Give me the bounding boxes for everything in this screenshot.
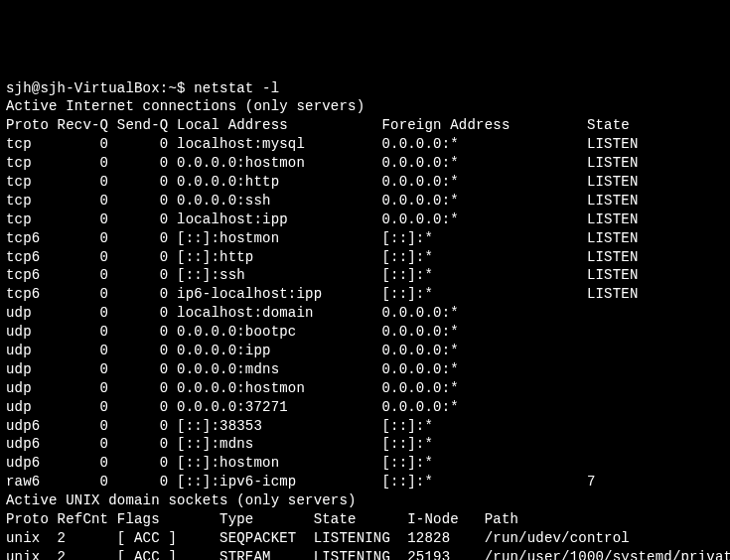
inet-row: tcp6 0 0 [::]:hostmon [::]:* LISTEN <box>6 230 639 246</box>
section-active-unix: Active UNIX domain sockets (only servers… <box>6 492 357 508</box>
inet-row: udp 0 0 0.0.0.0:mdns 0.0.0.0:* <box>6 361 587 377</box>
inet-row: tcp 0 0 0.0.0.0:hostmon 0.0.0.0:* LISTEN <box>6 155 639 171</box>
inet-row: udp6 0 0 [::]:38353 [::]:* <box>6 418 587 434</box>
inet-row: udp6 0 0 [::]:mdns [::]:* <box>6 436 587 452</box>
inet-row: tcp 0 0 0.0.0.0:http 0.0.0.0:* LISTEN <box>6 174 639 190</box>
shell-prompt: sjh@sjh-VirtualBox:~$ netstat -l <box>6 80 279 96</box>
inet-row: tcp 0 0 localhost:ipp 0.0.0.0:* LISTEN <box>6 211 639 227</box>
inet-row: tcp6 0 0 ip6-localhost:ipp [::]:* LISTEN <box>6 286 639 302</box>
inet-row: tcp6 0 0 [::]:ssh [::]:* LISTEN <box>6 267 639 283</box>
inet-row: udp 0 0 0.0.0.0:bootpc 0.0.0.0:* <box>6 324 587 340</box>
inet-row: udp 0 0 0.0.0.0:hostmon 0.0.0.0:* <box>6 380 587 396</box>
terminal-output: sjh@sjh-VirtualBox:~$ netstat -l Active … <box>6 79 724 560</box>
unix-header: Proto RefCnt Flags Type State I-Node Pat… <box>6 511 518 527</box>
inet-row: tcp6 0 0 [::]:http [::]:* LISTEN <box>6 249 639 265</box>
inet-row: udp 0 0 0.0.0.0:ipp 0.0.0.0:* <box>6 343 587 358</box>
inet-row: udp 0 0 localhost:domain 0.0.0.0:* <box>6 305 587 321</box>
inet-row: raw6 0 0 [::]:ipv6-icmp [::]:* 7 <box>6 474 596 490</box>
section-active-inet: Active Internet connections (only server… <box>6 98 365 114</box>
inet-row: tcp 0 0 0.0.0.0:ssh 0.0.0.0:* LISTEN <box>6 193 639 209</box>
inet-row: udp 0 0 0.0.0.0:37271 0.0.0.0:* <box>6 399 587 415</box>
inet-header: Proto Recv-Q Send-Q Local Address Foreig… <box>6 117 630 133</box>
inet-row: tcp 0 0 localhost:mysql 0.0.0.0:* LISTEN <box>6 136 639 152</box>
inet-row: udp6 0 0 [::]:hostmon [::]:* <box>6 455 587 471</box>
unix-row: unix 2 [ ACC ] SEQPACKET LISTENING 12828… <box>6 530 630 546</box>
unix-row: unix 2 [ ACC ] STREAM LISTENING 25193 /r… <box>6 549 730 560</box>
